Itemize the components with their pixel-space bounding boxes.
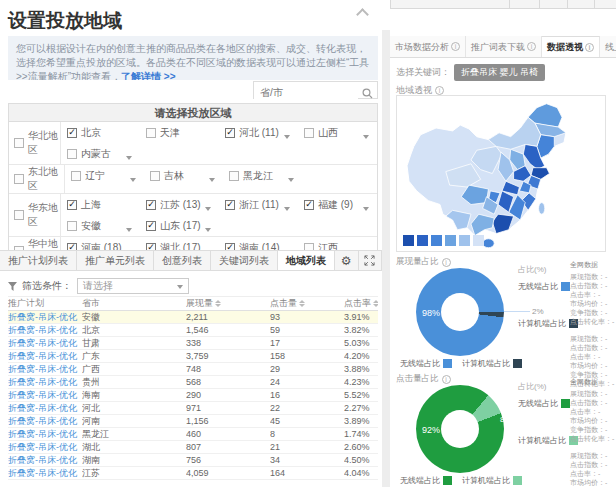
tab-数据透视[interactable]: 数据透视i xyxy=(542,36,600,57)
province-checkbox[interactable] xyxy=(67,221,77,231)
campaign-link[interactable]: 折叠窝-吊床-优化 xyxy=(8,467,82,480)
province-checkbox[interactable]: ✓ xyxy=(225,200,235,210)
chevron-down-icon[interactable] xyxy=(126,228,132,232)
province-checkbox[interactable] xyxy=(71,171,81,181)
map-legend-swatch[interactable] xyxy=(417,235,428,246)
province-cell[interactable]: ✓北京 xyxy=(61,126,140,140)
learn-more-link[interactable]: 了解详情 >> xyxy=(121,71,175,80)
chevron-down-icon[interactable] xyxy=(363,135,369,139)
province-cell[interactable]: ✓山东 (17) xyxy=(140,219,219,233)
province-cell[interactable]: 黑龙江 xyxy=(223,169,302,183)
province-cell[interactable]: 安徽 xyxy=(61,219,140,233)
column-header[interactable]: 点击量 xyxy=(270,297,344,310)
province-cell[interactable]: ✓福建 (9) xyxy=(298,198,377,212)
province-cell[interactable]: 天津 xyxy=(140,126,219,140)
chevron-down-icon[interactable] xyxy=(288,178,294,182)
province-cell[interactable]: ✓河北 (11) xyxy=(219,126,298,140)
fullscreen-button[interactable] xyxy=(359,251,383,270)
chevron-down-icon[interactable] xyxy=(126,156,132,160)
campaign-link[interactable]: 折叠窝-吊床-优化 xyxy=(8,363,82,376)
click-share-donut[interactable]: 92% 8% xyxy=(416,385,504,473)
province-checkbox[interactable] xyxy=(146,128,156,138)
map-legend-swatch[interactable] xyxy=(403,235,414,246)
keyword-tag[interactable]: 折叠吊床 婴儿 吊椅 xyxy=(454,64,545,81)
sort-icon[interactable] xyxy=(373,300,378,307)
collapse-panel-icon[interactable] xyxy=(356,8,369,21)
province-checkbox[interactable] xyxy=(67,149,77,159)
province-checkbox[interactable] xyxy=(229,171,239,181)
tab-线上推广排名[interactable]: 线上推广排名i xyxy=(600,36,616,57)
ctr-cell: 3.88% xyxy=(344,364,378,374)
tab-推广词表下载[interactable]: 推广词表下载i xyxy=(466,36,542,57)
column-header[interactable]: 展现量 xyxy=(186,297,270,310)
province-checkbox[interactable]: ✓ xyxy=(304,200,314,210)
map-legend-swatch[interactable] xyxy=(473,235,484,246)
chevron-down-icon[interactable] xyxy=(284,135,290,139)
province-cell[interactable]: ✓上海 xyxy=(61,198,140,212)
province-cell[interactable]: ✓江苏 (13) xyxy=(140,198,219,212)
province-checkbox[interactable]: ✓ xyxy=(146,221,156,231)
group-checkbox[interactable] xyxy=(14,210,24,220)
map-legend-swatch[interactable] xyxy=(431,235,442,246)
campaign-link[interactable]: 折叠窝-吊床-优化 xyxy=(8,441,82,454)
province-checkbox[interactable] xyxy=(304,128,314,138)
campaign-link[interactable]: 折叠窝-吊床-优化 xyxy=(8,324,82,337)
map-legend-swatch[interactable] xyxy=(459,235,470,246)
province-checkbox[interactable]: ✓ xyxy=(225,128,235,138)
china-choropleth-map[interactable] xyxy=(396,95,606,252)
tab-创意列表[interactable]: 创意列表 xyxy=(154,251,211,270)
province-checkbox[interactable]: ✓ xyxy=(146,200,156,210)
province-cell[interactable]: 吉林 xyxy=(144,169,223,183)
tab-地域列表[interactable]: 地域列表 xyxy=(278,251,335,270)
chevron-down-icon[interactable] xyxy=(209,178,215,182)
group-checkbox[interactable] xyxy=(14,138,24,148)
legend-item[interactable]: 计算机端占比 xyxy=(462,358,522,369)
column-header[interactable]: 点击率 xyxy=(344,297,378,310)
tab-市场数据分析[interactable]: 市场数据分析i xyxy=(390,36,466,57)
chevron-down-icon[interactable] xyxy=(130,178,136,182)
settings-gear-button[interactable]: ⚙ xyxy=(335,251,359,270)
legend-item[interactable]: 无线端占比 xyxy=(518,398,570,409)
province-checkbox[interactable]: ✓ xyxy=(67,200,77,210)
chevron-down-icon[interactable] xyxy=(205,207,211,211)
province-checkbox[interactable] xyxy=(150,171,160,181)
tab-推广计划列表[interactable]: 推广计划列表 xyxy=(0,251,77,270)
info-icon[interactable]: i xyxy=(442,258,451,267)
legend-item[interactable]: 计算机端占比 xyxy=(518,318,570,329)
province-cell[interactable]: 山西 xyxy=(298,126,377,140)
impression-share-donut[interactable]: 98% xyxy=(416,268,504,356)
info-icon[interactable]: i xyxy=(442,375,451,384)
legend-item[interactable]: 无线端占比 xyxy=(518,281,570,292)
campaign-link[interactable]: 折叠窝-吊床-优化 xyxy=(8,389,82,402)
province-checkbox[interactable]: ✓ xyxy=(67,128,77,138)
province-cell[interactable]: 辽宁 xyxy=(65,169,144,183)
province-cell[interactable]: ✓浙江 (11) xyxy=(219,198,298,212)
sort-icon[interactable] xyxy=(215,300,221,307)
search-icon[interactable] xyxy=(362,85,373,103)
campaign-link[interactable]: 折叠窝-吊床-优化 xyxy=(8,350,82,363)
tab-关键词列表[interactable]: 关键词列表 xyxy=(211,251,278,270)
campaign-link[interactable]: 折叠窝-吊床-优化 xyxy=(8,376,82,389)
group-checkbox[interactable] xyxy=(14,174,24,184)
sort-icon[interactable] xyxy=(299,300,305,307)
chevron-down-icon[interactable] xyxy=(205,228,211,232)
campaign-link[interactable]: 折叠窝-吊床-优化 xyxy=(8,337,82,350)
chevron-down-icon[interactable] xyxy=(284,207,290,211)
campaign-link[interactable]: 折叠窝-吊床-优化 xyxy=(8,454,82,467)
legend-item[interactable]: 无线端占比 xyxy=(400,358,452,369)
chevron-down-icon[interactable] xyxy=(363,207,369,211)
campaign-link[interactable]: 折叠窝-吊床-优化 xyxy=(8,311,82,324)
province-search-input[interactable] xyxy=(254,85,358,101)
filter-select[interactable]: 请选择 xyxy=(77,278,189,294)
campaign-link[interactable]: 折叠窝-吊床-优化 xyxy=(8,402,82,415)
legend-item[interactable]: 计算机端占比 xyxy=(518,435,570,446)
legend-label: 计算机端占比 xyxy=(462,358,510,369)
legend-item[interactable]: 计算机端占比 xyxy=(462,475,522,486)
info-icon[interactable]: i xyxy=(435,86,444,95)
campaign-link[interactable]: 折叠窝-吊床-优化 xyxy=(8,415,82,428)
province-cell[interactable]: 内蒙古 xyxy=(61,147,140,161)
campaign-link[interactable]: 折叠窝-吊床-优化 xyxy=(8,428,82,441)
legend-item[interactable]: 无线端占比 xyxy=(400,475,452,486)
tab-推广单元列表[interactable]: 推广单元列表 xyxy=(77,251,154,270)
map-legend-swatch[interactable] xyxy=(445,235,456,246)
